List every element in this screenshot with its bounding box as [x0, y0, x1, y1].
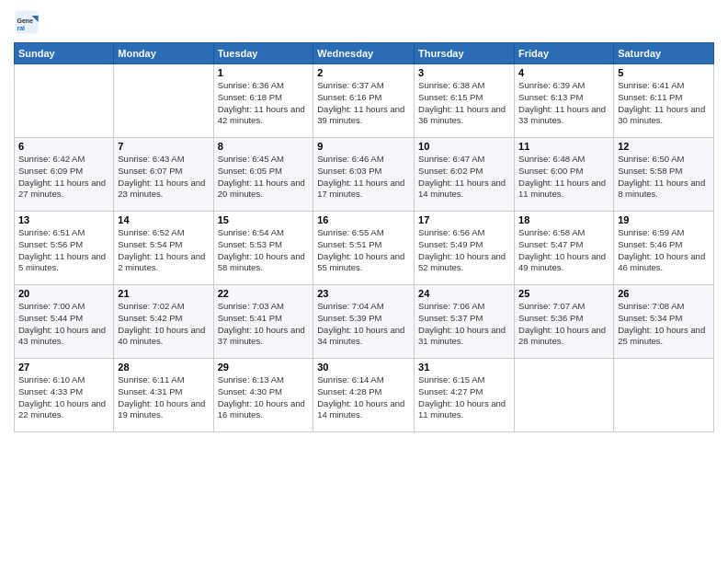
day-number: 17	[418, 214, 510, 225]
day-info: Sunrise: 6:50 AMSunset: 5:58 PMDaylight:…	[618, 154, 710, 201]
calendar-cell: 26Sunrise: 7:08 AMSunset: 5:34 PMDayligh…	[614, 285, 714, 359]
calendar-cell: 29Sunrise: 6:13 AMSunset: 4:30 PMDayligh…	[213, 359, 313, 432]
calendar-week: 20Sunrise: 7:00 AMSunset: 5:44 PMDayligh…	[15, 285, 714, 359]
day-info: Sunrise: 6:58 AMSunset: 5:47 PMDaylight:…	[518, 227, 609, 274]
day-info: Sunrise: 6:36 AMSunset: 6:18 PMDaylight:…	[218, 80, 310, 127]
calendar-cell: 15Sunrise: 6:54 AMSunset: 5:53 PMDayligh…	[213, 212, 313, 285]
calendar-cell: 28Sunrise: 6:11 AMSunset: 4:31 PMDayligh…	[114, 359, 213, 432]
calendar-cell: 24Sunrise: 7:06 AMSunset: 5:37 PMDayligh…	[415, 285, 515, 359]
calendar-cell: 17Sunrise: 6:56 AMSunset: 5:49 PMDayligh…	[415, 212, 515, 285]
day-info: Sunrise: 6:14 AMSunset: 4:28 PMDaylight:…	[317, 374, 410, 421]
calendar-body: 1Sunrise: 6:36 AMSunset: 6:18 PMDaylight…	[15, 64, 714, 432]
day-info: Sunrise: 7:04 AMSunset: 5:39 PMDaylight:…	[317, 301, 410, 348]
day-number: 7	[118, 141, 209, 152]
day-number: 15	[218, 214, 310, 225]
day-number: 13	[18, 214, 109, 225]
day-info: Sunrise: 6:55 AMSunset: 5:51 PMDaylight:…	[317, 227, 410, 274]
weekday-header: Friday	[515, 43, 614, 64]
day-number: 11	[518, 141, 609, 152]
calendar-cell: 14Sunrise: 6:52 AMSunset: 5:54 PMDayligh…	[114, 212, 213, 285]
day-number: 8	[218, 141, 310, 152]
logo: Gene ral	[14, 9, 43, 35]
day-info: Sunrise: 6:10 AMSunset: 4:33 PMDaylight:…	[18, 374, 109, 421]
day-number: 26	[618, 288, 710, 299]
day-info: Sunrise: 7:00 AMSunset: 5:44 PMDaylight:…	[18, 301, 109, 348]
weekday-row: SundayMondayTuesdayWednesdayThursdayFrid…	[15, 43, 714, 64]
day-info: Sunrise: 6:41 AMSunset: 6:11 PMDaylight:…	[618, 80, 710, 127]
weekday-header: Thursday	[415, 43, 515, 64]
day-info: Sunrise: 7:08 AMSunset: 5:34 PMDaylight:…	[618, 301, 710, 348]
day-info: Sunrise: 6:43 AMSunset: 6:07 PMDaylight:…	[118, 154, 209, 201]
calendar-cell: 8Sunrise: 6:45 AMSunset: 6:05 PMDaylight…	[213, 138, 313, 212]
day-number: 4	[518, 67, 609, 78]
calendar-cell: 6Sunrise: 6:42 AMSunset: 6:09 PMDaylight…	[15, 138, 114, 212]
calendar-cell: 19Sunrise: 6:59 AMSunset: 5:46 PMDayligh…	[614, 212, 714, 285]
calendar-cell: 25Sunrise: 7:07 AMSunset: 5:36 PMDayligh…	[515, 285, 614, 359]
day-number: 29	[218, 362, 310, 373]
weekday-header: Saturday	[614, 43, 714, 64]
day-info: Sunrise: 6:54 AMSunset: 5:53 PMDaylight:…	[218, 227, 310, 274]
day-info: Sunrise: 6:37 AMSunset: 6:16 PMDaylight:…	[317, 80, 410, 127]
day-number: 16	[317, 214, 410, 225]
weekday-header: Monday	[114, 43, 213, 64]
day-number: 31	[418, 362, 510, 373]
calendar-cell: 10Sunrise: 6:47 AMSunset: 6:02 PMDayligh…	[415, 138, 515, 212]
day-info: Sunrise: 6:56 AMSunset: 5:49 PMDaylight:…	[418, 227, 510, 274]
day-info: Sunrise: 6:48 AMSunset: 6:00 PMDaylight:…	[518, 154, 609, 201]
day-number: 21	[118, 288, 209, 299]
day-number: 1	[218, 67, 310, 78]
day-number: 5	[618, 67, 710, 78]
day-info: Sunrise: 6:52 AMSunset: 5:54 PMDaylight:…	[118, 227, 209, 274]
day-number: 10	[418, 141, 510, 152]
day-number: 3	[418, 67, 510, 78]
day-info: Sunrise: 6:59 AMSunset: 5:46 PMDaylight:…	[618, 227, 710, 274]
day-info: Sunrise: 6:11 AMSunset: 4:31 PMDaylight:…	[118, 374, 209, 421]
calendar-cell: 4Sunrise: 6:39 AMSunset: 6:13 PMDaylight…	[515, 64, 614, 138]
logo-icon: Gene ral	[14, 9, 40, 35]
weekday-header: Tuesday	[213, 43, 313, 64]
calendar-cell: 21Sunrise: 7:02 AMSunset: 5:42 PMDayligh…	[114, 285, 213, 359]
day-info: Sunrise: 6:42 AMSunset: 6:09 PMDaylight:…	[18, 154, 109, 201]
calendar-week: 27Sunrise: 6:10 AMSunset: 4:33 PMDayligh…	[15, 359, 714, 432]
calendar-cell: 2Sunrise: 6:37 AMSunset: 6:16 PMDaylight…	[313, 64, 415, 138]
day-number: 2	[317, 67, 410, 78]
calendar-cell: 30Sunrise: 6:14 AMSunset: 4:28 PMDayligh…	[313, 359, 415, 432]
calendar-cell: 9Sunrise: 6:46 AMSunset: 6:03 PMDaylight…	[313, 138, 415, 212]
day-number: 23	[317, 288, 410, 299]
svg-text:Gene: Gene	[17, 17, 34, 24]
calendar: SundayMondayTuesdayWednesdayThursdayFrid…	[14, 42, 714, 432]
calendar-cell: 22Sunrise: 7:03 AMSunset: 5:41 PMDayligh…	[213, 285, 313, 359]
calendar-cell: 13Sunrise: 6:51 AMSunset: 5:56 PMDayligh…	[15, 212, 114, 285]
day-number: 12	[618, 141, 710, 152]
calendar-cell: 23Sunrise: 7:04 AMSunset: 5:39 PMDayligh…	[313, 285, 415, 359]
calendar-header: SundayMondayTuesdayWednesdayThursdayFrid…	[15, 43, 714, 64]
day-info: Sunrise: 6:46 AMSunset: 6:03 PMDaylight:…	[317, 154, 410, 201]
day-number: 30	[317, 362, 410, 373]
day-number: 27	[18, 362, 109, 373]
day-number: 24	[418, 288, 510, 299]
calendar-cell: 12Sunrise: 6:50 AMSunset: 5:58 PMDayligh…	[614, 138, 714, 212]
calendar-cell: 27Sunrise: 6:10 AMSunset: 4:33 PMDayligh…	[15, 359, 114, 432]
day-info: Sunrise: 7:07 AMSunset: 5:36 PMDaylight:…	[518, 301, 609, 348]
day-number: 6	[18, 141, 109, 152]
calendar-cell: 5Sunrise: 6:41 AMSunset: 6:11 PMDaylight…	[614, 64, 714, 138]
calendar-week: 1Sunrise: 6:36 AMSunset: 6:18 PMDaylight…	[15, 64, 714, 138]
calendar-cell: 20Sunrise: 7:00 AMSunset: 5:44 PMDayligh…	[15, 285, 114, 359]
day-number: 20	[18, 288, 109, 299]
calendar-cell: 18Sunrise: 6:58 AMSunset: 5:47 PMDayligh…	[515, 212, 614, 285]
day-info: Sunrise: 6:45 AMSunset: 6:05 PMDaylight:…	[218, 154, 310, 201]
day-info: Sunrise: 6:38 AMSunset: 6:15 PMDaylight:…	[418, 80, 510, 127]
calendar-cell: 11Sunrise: 6:48 AMSunset: 6:00 PMDayligh…	[515, 138, 614, 212]
day-number: 14	[118, 214, 209, 225]
weekday-header: Wednesday	[313, 43, 415, 64]
calendar-week: 13Sunrise: 6:51 AMSunset: 5:56 PMDayligh…	[15, 212, 714, 285]
calendar-cell: 31Sunrise: 6:15 AMSunset: 4:27 PMDayligh…	[415, 359, 515, 432]
calendar-week: 6Sunrise: 6:42 AMSunset: 6:09 PMDaylight…	[15, 138, 714, 212]
calendar-cell: 7Sunrise: 6:43 AMSunset: 6:07 PMDaylight…	[114, 138, 213, 212]
day-info: Sunrise: 6:39 AMSunset: 6:13 PMDaylight:…	[518, 80, 609, 127]
calendar-cell	[114, 64, 213, 138]
day-number: 25	[518, 288, 609, 299]
day-number: 19	[618, 214, 710, 225]
day-info: Sunrise: 6:47 AMSunset: 6:02 PMDaylight:…	[418, 154, 510, 201]
day-number: 22	[218, 288, 310, 299]
